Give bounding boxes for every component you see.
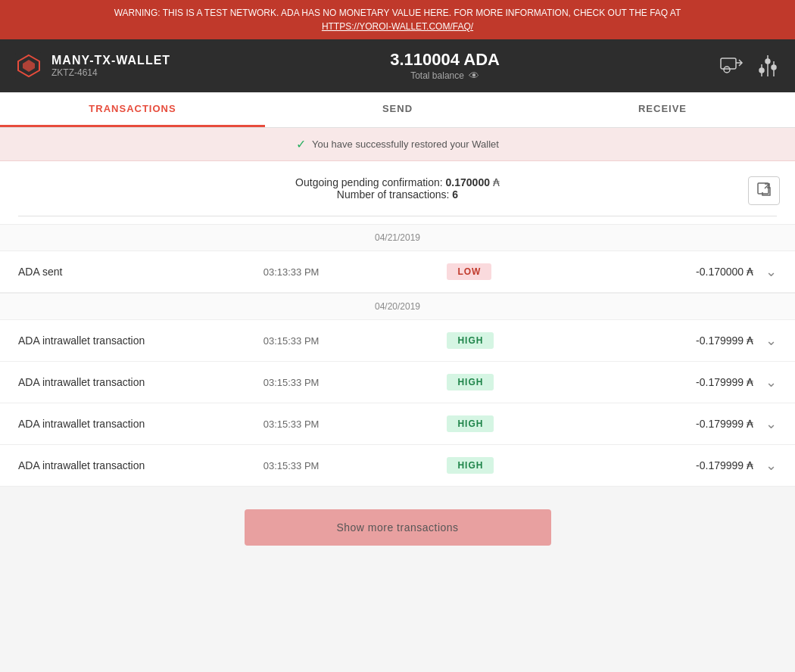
expand-tx-button[interactable]: ⌄ xyxy=(765,263,777,280)
svg-point-5 xyxy=(765,59,770,64)
show-balance-icon[interactable]: 👁 xyxy=(469,70,479,82)
pending-section: Outgoing pending confirmation: 0.170000 … xyxy=(0,161,795,208)
date-separator-2: 04/20/2019 xyxy=(0,293,795,320)
main-content: Outgoing pending confirmation: 0.170000 … xyxy=(0,161,795,487)
tx-type: ADA intrawallet transaction xyxy=(18,334,263,347)
warning-banner: WARNING: THIS IS A TEST NETWORK. ADA HAS… xyxy=(0,0,795,39)
tx-count-info: Number of transactions: 6 xyxy=(18,188,777,201)
tx-count-label: Number of transactions: xyxy=(337,188,450,201)
send-receive-icon xyxy=(719,54,744,78)
fee-badge-high: HIGH xyxy=(447,374,494,390)
show-more-transactions-button[interactable]: Show more transactions xyxy=(245,509,551,546)
settings-button[interactable] xyxy=(756,54,780,78)
pending-label: Outgoing pending confirmation: xyxy=(295,176,443,188)
table-row: ADA intrawallet transaction 03:15:33 PM … xyxy=(0,445,795,487)
ada-symbol: ₳ xyxy=(747,266,753,278)
tab-send[interactable]: SEND xyxy=(265,92,530,127)
pending-info: Outgoing pending confirmation: 0.170000 … xyxy=(18,176,777,188)
date-separator-1: 04/21/2019 xyxy=(0,224,795,251)
balance-section: 3.110004 ADA Total balance 👁 xyxy=(390,50,500,82)
table-row: ADA intrawallet transaction 03:15:33 PM … xyxy=(0,403,795,445)
nav-tabs: TRANSACTIONS SEND RECEIVE xyxy=(0,92,795,128)
export-button[interactable] xyxy=(748,176,780,205)
yoroi-logo-icon xyxy=(15,52,42,79)
svg-point-11 xyxy=(772,65,776,70)
tx-fee: LOW xyxy=(447,263,569,280)
warning-text: WARNING: THIS IS A TEST NETWORK. ADA HAS… xyxy=(114,8,681,18)
tx-type: ADA intrawallet transaction xyxy=(18,459,263,471)
fee-badge-high: HIGH xyxy=(447,415,494,432)
tx-fee: HIGH xyxy=(447,374,569,390)
svg-rect-14 xyxy=(758,183,768,194)
wallet-name: MANY-TX-WALLET xyxy=(51,54,170,67)
ada-symbol: ₳ xyxy=(747,334,753,347)
tx-fee: HIGH xyxy=(447,332,569,349)
show-more-section: Show more transactions xyxy=(0,487,795,568)
tab-receive[interactable]: RECEIVE xyxy=(530,92,795,127)
expand-tx-button[interactable]: ⌄ xyxy=(765,374,777,390)
pending-ada-symbol: ₳ xyxy=(493,176,500,188)
tx-type: ADA sent xyxy=(18,266,263,278)
success-banner: ✓ You have successfully restored your Wa… xyxy=(0,128,795,161)
tab-transactions[interactable]: TRANSACTIONS xyxy=(0,92,265,127)
tx-time: 03:15:33 PM xyxy=(263,335,447,347)
warning-link[interactable]: HTTPS://YOROI-WALLET.COM/FAQ/ xyxy=(322,21,473,32)
pending-amount: 0.170000 xyxy=(446,176,490,188)
send-receive-button[interactable] xyxy=(719,54,744,78)
tx-amount: -0.179999 ₳ xyxy=(569,334,753,347)
ada-symbol: ₳ xyxy=(747,459,753,471)
wallet-details: MANY-TX-WALLET ZKTZ-4614 xyxy=(51,54,170,78)
expand-tx-button[interactable]: ⌄ xyxy=(765,457,777,474)
tx-time: 03:13:33 PM xyxy=(263,266,447,278)
success-text: You have successfully restored your Wall… xyxy=(312,138,499,150)
tx-type: ADA intrawallet transaction xyxy=(18,418,263,430)
tx-type: ADA intrawallet transaction xyxy=(18,376,263,388)
tx-time: 03:15:33 PM xyxy=(263,377,447,388)
expand-tx-button[interactable]: ⌄ xyxy=(765,415,777,432)
fee-badge-low: LOW xyxy=(447,263,491,280)
section-divider xyxy=(18,216,777,216)
tx-time: 03:15:33 PM xyxy=(263,418,447,430)
balance-label: Total balance 👁 xyxy=(390,70,500,82)
tx-amount: -0.170000 ₳ xyxy=(569,266,753,278)
wallet-info: MANY-TX-WALLET ZKTZ-4614 xyxy=(15,52,170,79)
svg-point-8 xyxy=(759,68,764,73)
tx-fee: HIGH xyxy=(447,457,569,474)
svg-point-4 xyxy=(724,67,730,73)
header: MANY-TX-WALLET ZKTZ-4614 3.110004 ADA To… xyxy=(0,39,795,92)
ada-symbol: ₳ xyxy=(747,376,753,388)
settings-icon xyxy=(756,54,780,78)
table-row: ADA intrawallet transaction 03:15:33 PM … xyxy=(0,320,795,362)
tx-amount: -0.179999 ₳ xyxy=(569,459,753,471)
balance-amount: 3.110004 ADA xyxy=(390,50,500,70)
table-row: ADA intrawallet transaction 03:15:33 PM … xyxy=(0,362,795,403)
expand-tx-button[interactable]: ⌄ xyxy=(765,332,777,349)
tx-count: 6 xyxy=(452,188,458,201)
fee-badge-high: HIGH xyxy=(447,457,494,474)
tx-fee: HIGH xyxy=(447,415,569,432)
tx-amount: -0.179999 ₳ xyxy=(569,418,753,430)
export-icon xyxy=(756,182,772,197)
fee-badge-high: HIGH xyxy=(447,332,494,349)
tx-amount: -0.179999 ₳ xyxy=(569,376,753,388)
tx-time: 03:15:33 PM xyxy=(263,460,447,471)
wallet-id: ZKTZ-4614 xyxy=(51,67,170,78)
table-row: ADA sent 03:13:33 PM LOW -0.170000 ₳ ⌄ xyxy=(0,251,795,293)
success-icon: ✓ xyxy=(296,137,306,151)
header-actions xyxy=(719,54,780,78)
ada-symbol: ₳ xyxy=(747,418,753,430)
